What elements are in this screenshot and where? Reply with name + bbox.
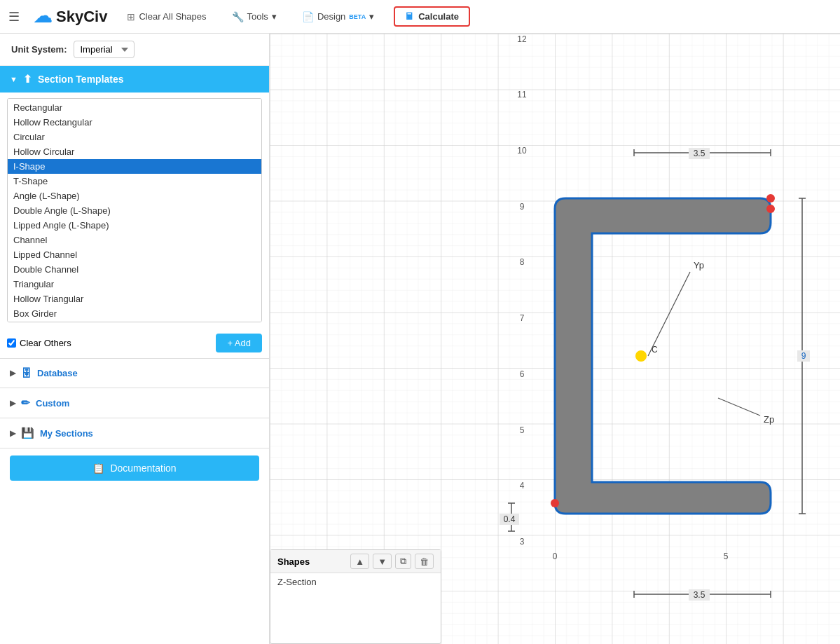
y-label-7: 7 bbox=[520, 313, 525, 323]
shapes-down-button[interactable]: ▼ bbox=[373, 554, 392, 569]
template-item[interactable]: Angle (L-Shape) bbox=[8, 189, 261, 203]
logo: ☁ SkyCiv bbox=[34, 6, 107, 27]
templates-list[interactable]: RectangularHollow RectangularCircularHol… bbox=[7, 98, 262, 322]
custom-icon: ✏ bbox=[21, 397, 30, 409]
y-label-3: 3 bbox=[520, 537, 525, 547]
svg-line-18 bbox=[648, 272, 690, 356]
hamburger-icon[interactable]: ☰ bbox=[8, 9, 20, 25]
custom-header[interactable]: ▶ ✏ Custom bbox=[0, 388, 269, 418]
corner-dot-bl bbox=[551, 499, 559, 507]
my-sections-header[interactable]: ▶ 💾 My Sections bbox=[0, 418, 269, 448]
section-templates-body: RectangularHollow RectangularCircularHol… bbox=[0, 93, 269, 328]
custom-panel: ▶ ✏ Custom bbox=[0, 388, 269, 418]
template-item[interactable]: Double Channel bbox=[8, 262, 261, 277]
shapes-panel-header: Shapes ▲ ▼ ⧉ 🗑 bbox=[270, 550, 441, 573]
design-label: Design bbox=[317, 11, 345, 22]
shapes-list: Z-Section bbox=[270, 573, 441, 643]
template-item[interactable]: Box Girder bbox=[8, 306, 261, 321]
shapes-tools: ▲ ▼ ⧉ 🗑 bbox=[350, 554, 434, 569]
documentation-button[interactable]: 📋 Documentation bbox=[10, 455, 259, 481]
svg-rect-9 bbox=[689, 589, 710, 601]
navbar: ☰ ☁ SkyCiv ⊞ Clear All Shapes 🔧 Tools ▾ … bbox=[0, 0, 840, 34]
dim-top-label: 3.5 bbox=[694, 149, 705, 158]
database-arrow-icon: ▶ bbox=[10, 369, 15, 378]
canvas-area[interactable]: 12 11 10 9 8 7 6 5 4 3 -5 0 5 3.5 bbox=[270, 34, 840, 644]
clear-shapes-nav[interactable]: ⊞ Clear All Shapes bbox=[121, 8, 212, 25]
tools-chevron-icon: ▾ bbox=[272, 11, 277, 22]
clear-shapes-icon: ⊞ bbox=[127, 11, 135, 22]
add-button[interactable]: + Add bbox=[216, 334, 262, 352]
y-label-6: 6 bbox=[520, 369, 525, 379]
y-label-8: 8 bbox=[520, 257, 525, 267]
zp-label: Zp bbox=[764, 414, 774, 425]
dim-right-label: 9 bbox=[801, 351, 806, 361]
database-label: Database bbox=[37, 368, 78, 378]
calculate-label: Calculate bbox=[418, 11, 459, 22]
centroid-dot bbox=[635, 350, 647, 362]
corner-dot-tr bbox=[766, 194, 775, 203]
template-item[interactable]: Circular bbox=[8, 130, 261, 144]
design-beta-badge: BETA bbox=[349, 13, 366, 20]
template-item[interactable]: Hollow Circular bbox=[8, 144, 261, 159]
svg-rect-17 bbox=[500, 514, 519, 525]
centroid-label-c: C bbox=[652, 345, 658, 355]
shapes-delete-button[interactable]: 🗑 bbox=[415, 554, 434, 569]
corner-dot-tr2 bbox=[766, 205, 775, 213]
tools-label: Tools bbox=[247, 11, 268, 22]
y-label-9: 9 bbox=[520, 202, 525, 212]
template-item[interactable]: Triangular bbox=[8, 277, 261, 292]
x-label-0: 0 bbox=[553, 551, 558, 561]
template-item[interactable]: I-Shape bbox=[8, 159, 261, 174]
design-icon: 📄 bbox=[302, 11, 314, 22]
x-label-5: 5 bbox=[724, 551, 729, 561]
template-item[interactable]: Hollow Triangular bbox=[8, 292, 261, 306]
yp-label: Yp bbox=[694, 260, 704, 270]
my-sections-label: My Sections bbox=[40, 428, 93, 439]
template-item[interactable]: Z-Shape bbox=[8, 321, 261, 322]
clear-shapes-label: Clear All Shapes bbox=[139, 11, 206, 22]
svg-line-19 bbox=[718, 398, 760, 416]
my-sections-arrow-icon: ▶ bbox=[10, 429, 15, 438]
logo-cloud-icon: ☁ bbox=[34, 6, 52, 27]
svg-rect-13 bbox=[797, 350, 810, 362]
template-item[interactable]: Channel bbox=[8, 233, 261, 247]
template-item[interactable]: Double Angle (L-Shape) bbox=[8, 203, 261, 218]
sidebar: Unit System: Imperial Metric ▼ ⬆ Section… bbox=[0, 34, 270, 644]
documentation-label: Documentation bbox=[110, 463, 176, 474]
logo-text: SkyCiv bbox=[56, 8, 107, 26]
shapes-title: Shapes bbox=[277, 556, 310, 567]
database-header[interactable]: ▶ 🗄 Database bbox=[0, 359, 269, 388]
section-templates-header[interactable]: ▼ ⬆ Section Templates bbox=[0, 66, 269, 93]
dim-bottom-label: 3.5 bbox=[694, 590, 705, 600]
svg-rect-5 bbox=[689, 148, 710, 159]
y-label-10: 10 bbox=[517, 146, 527, 156]
template-item[interactable]: T-Shape bbox=[8, 174, 261, 189]
clear-others-label[interactable]: Clear Others bbox=[7, 338, 71, 348]
unit-system-row: Unit System: Imperial Metric bbox=[0, 34, 269, 66]
template-item[interactable]: Hollow Rectangular bbox=[8, 115, 261, 130]
y-label-5: 5 bbox=[520, 425, 525, 435]
y-label-4: 4 bbox=[520, 481, 525, 491]
template-item[interactable]: Lipped Channel bbox=[8, 247, 261, 262]
tools-nav[interactable]: 🔧 Tools ▾ bbox=[226, 8, 282, 25]
unit-system-label: Unit System: bbox=[11, 44, 67, 55]
section-templates-label: Section Templates bbox=[38, 74, 124, 85]
shapes-panel: Shapes ▲ ▼ ⧉ 🗑 Z-Section bbox=[270, 549, 441, 644]
template-item[interactable]: Lipped Angle (L-Shape) bbox=[8, 218, 261, 233]
y-label-12: 12 bbox=[517, 34, 527, 44]
shapes-up-button[interactable]: ▲ bbox=[350, 554, 369, 569]
database-panel: ▶ 🗄 Database bbox=[0, 359, 269, 388]
my-sections-panel: ▶ 💾 My Sections bbox=[0, 418, 269, 448]
calculate-button[interactable]: 🖩 Calculate bbox=[394, 6, 470, 27]
shapes-copy-button[interactable]: ⧉ bbox=[395, 554, 411, 569]
templates-upload-icon: ⬆ bbox=[23, 73, 32, 85]
section-templates-footer: Clear Others + Add bbox=[0, 328, 269, 358]
design-nav[interactable]: 📄 Design BETA ▾ bbox=[296, 8, 380, 25]
template-item[interactable]: Rectangular bbox=[8, 100, 261, 115]
custom-arrow-icon: ▶ bbox=[10, 399, 15, 408]
unit-system-select[interactable]: Imperial Metric bbox=[74, 41, 135, 58]
templates-arrow-icon: ▼ bbox=[10, 75, 18, 83]
shape-item[interactable]: Z-Section bbox=[270, 573, 441, 591]
clear-others-checkbox[interactable] bbox=[7, 338, 16, 348]
dim-left-label: 0.4 bbox=[504, 514, 516, 524]
